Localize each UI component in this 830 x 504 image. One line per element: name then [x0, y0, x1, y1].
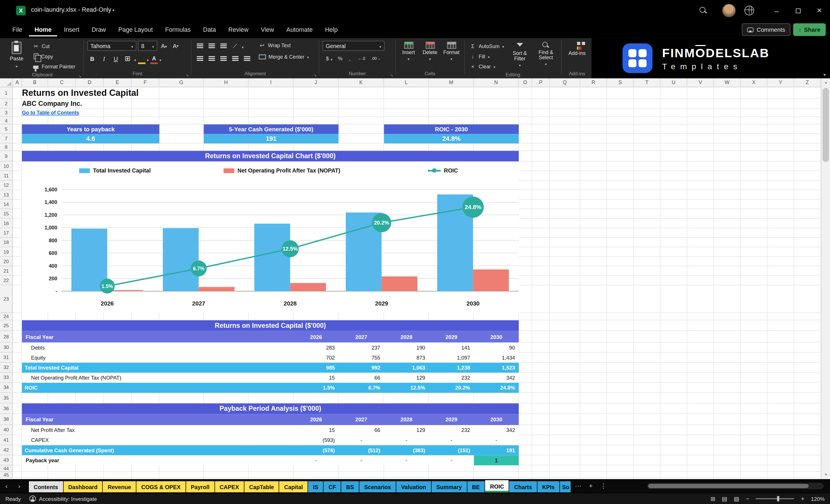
cell-payback-year-2028[interactable]: - — [384, 455, 429, 465]
sheet-options-icon[interactable]: ⋮ — [600, 482, 606, 490]
zoom-out-icon[interactable]: − — [746, 495, 749, 502]
table-row[interactable]: ROIC1.5%6.7%12.5%20.2%24.8% — [22, 383, 519, 393]
row-header-31[interactable]: 31 — [0, 353, 13, 363]
ribbon-tab-automate[interactable]: Automate — [280, 23, 318, 36]
cell-debts-2026[interactable]: 283 — [294, 342, 339, 352]
ribbon-tab-insert[interactable]: Insert — [58, 23, 85, 36]
cell-equity-2030[interactable]: 1,434 — [474, 353, 519, 363]
cell-debts-2029[interactable]: 141 — [429, 342, 474, 352]
dialog-launcher-icon[interactable] — [390, 71, 393, 79]
row-header-12[interactable]: 12 — [0, 181, 13, 190]
font-size-combo[interactable]: 8 — [138, 41, 157, 51]
cell-net-profit-after-tax-2027[interactable]: 66 — [339, 425, 384, 435]
more-sheets-button[interactable]: ··· — [575, 482, 581, 490]
font-name-combo[interactable]: Tahoma — [87, 41, 136, 51]
addins-button[interactable]: Add-ins — [568, 41, 585, 56]
fiscal-year-row[interactable]: Fiscal Year20262027202820292030 — [22, 331, 519, 343]
decrease-decimal-button[interactable]: .00→ — [370, 54, 382, 63]
row-header-13[interactable]: 13 — [0, 190, 13, 199]
table-row[interactable]: Equity7027558731,0971,434 — [22, 353, 519, 363]
kpi-value-3[interactable]: 24.8% — [384, 134, 519, 143]
column-header-D[interactable]: D — [76, 78, 104, 87]
cell-net-operating-profit-after-tax-nopat--2027[interactable]: 66 — [339, 373, 384, 383]
column-header-L[interactable]: L — [384, 78, 429, 87]
page-break-view-icon[interactable]: ▨ — [734, 495, 739, 502]
column-header-I[interactable]: I — [249, 78, 294, 87]
align-center-button[interactable] — [206, 54, 217, 63]
row-header-14[interactable]: 14 — [0, 200, 13, 209]
column-header-Z[interactable]: Z — [794, 78, 821, 87]
dialog-launcher-icon[interactable] — [186, 71, 189, 79]
account-avatar[interactable] — [722, 4, 736, 18]
column-header-B[interactable]: B — [22, 78, 48, 87]
scroll-down-icon[interactable]: ▼ — [822, 471, 830, 479]
increase-font-button[interactable]: A▴ — [159, 41, 169, 51]
row-header-41[interactable]: 41 — [0, 435, 13, 445]
row-header-24[interactable]: 24 — [0, 313, 13, 320]
row-header-25[interactable]: 25 — [0, 320, 13, 331]
table-banner-1[interactable]: Returns on Invested Capital ($'000) — [22, 320, 519, 331]
sheet-tab-dashboard[interactable]: Dashboard — [63, 481, 102, 492]
row-header-16[interactable]: 16 — [0, 219, 13, 228]
cell-debts-2028[interactable]: 190 — [384, 342, 429, 352]
sheet-tab-is[interactable]: IS — [308, 481, 323, 492]
table-row[interactable]: Cumulative Cash Generated (Spent)(578)(5… — [22, 445, 519, 455]
column-header-U[interactable]: U — [661, 78, 687, 87]
row-header-42[interactable]: 42 — [0, 445, 13, 455]
cell-capex-2028[interactable]: - — [384, 435, 429, 445]
row-header-7[interactable]: 7 — [0, 134, 13, 143]
column-header-K[interactable]: K — [339, 78, 384, 87]
cut-button[interactable]: Cut — [31, 42, 77, 51]
row-header-28[interactable]: 28 — [0, 331, 13, 343]
cell-cumulative-cash-generated-spent--2027[interactable]: (512) — [339, 445, 384, 455]
sheet-tab-charts[interactable]: Charts — [509, 481, 537, 492]
cell-payback-year-2026[interactable]: - — [294, 455, 339, 465]
number-format-combo[interactable]: General — [323, 41, 385, 51]
roic-chart[interactable]: Total Invested CapitalNet Operating Prof… — [22, 161, 519, 313]
cell-net-profit-after-tax-2030[interactable]: 342 — [474, 425, 519, 435]
column-header-N[interactable]: N — [474, 78, 519, 87]
borders-button[interactable] — [122, 54, 133, 63]
table-of-contents-link[interactable]: Go to Table of Contents — [22, 109, 79, 115]
cell-debts-2027[interactable]: 237 — [339, 342, 384, 352]
cell-net-operating-profit-after-tax-nopat--2030[interactable]: 342 — [474, 373, 519, 383]
accounting-format-button[interactable] — [323, 54, 334, 63]
decrease-font-button[interactable]: A▾ — [170, 41, 181, 51]
vertical-scroll-thumb[interactable] — [823, 88, 829, 162]
cell-capex-2030[interactable]: - — [474, 435, 519, 445]
zoom-level[interactable]: 120% — [811, 496, 825, 501]
accessibility-status[interactable]: Accessibility: Investigate — [29, 496, 97, 502]
maximize-button[interactable] — [787, 0, 808, 21]
delete-cells-button[interactable]: Delete — [420, 41, 440, 62]
orientation-button[interactable] — [230, 41, 240, 51]
cell-cumulative-cash-generated-spent--2029[interactable]: (151) — [429, 445, 474, 455]
sheet-tab-so[interactable]: So — [560, 481, 571, 492]
row-header-19[interactable]: 19 — [0, 247, 13, 257]
row-header-44[interactable]: 44 — [0, 465, 13, 472]
sheet-tab-cogs-opex[interactable]: COGS & OPEX — [136, 481, 185, 492]
normal-view-icon[interactable]: ⊞ — [710, 495, 715, 502]
increase-decimal-button[interactable]: ←.0 — [355, 54, 368, 63]
table-row[interactable]: CAPEX(593)---- — [22, 435, 519, 445]
sheet-tab-bs[interactable]: BS — [342, 481, 359, 492]
column-header-G[interactable]: G — [159, 78, 204, 87]
column-header-W[interactable]: W — [714, 78, 740, 87]
cell-payback-year-2027[interactable]: - — [339, 455, 384, 465]
sheet-tab-capex[interactable]: CAPEX — [215, 481, 244, 492]
cell-net-profit-after-tax-2029[interactable]: 232 — [429, 425, 474, 435]
row-header-38[interactable]: 38 — [0, 414, 13, 425]
sheet-tab-captable[interactable]: CapTable — [244, 481, 279, 492]
kpi-value-1[interactable]: 4.6 — [22, 134, 160, 143]
column-header-C[interactable]: C — [48, 78, 76, 87]
fiscal-year-row[interactable]: Fiscal Year20262027202820292030 — [22, 414, 519, 425]
paste-button[interactable]: Paste — [4, 41, 29, 69]
cell-capex-2026[interactable]: (593) — [294, 435, 339, 445]
column-header-A[interactable]: A — [13, 78, 22, 87]
autosum-button[interactable]: AutoSum — [468, 42, 506, 51]
kpi-header-1[interactable]: Years to payback — [22, 124, 160, 134]
row-header-5[interactable]: 5 — [0, 124, 13, 134]
zoom-slider-thumb[interactable] — [777, 496, 779, 501]
column-header-H[interactable]: H — [204, 78, 249, 87]
column-header-R[interactable]: R — [580, 78, 607, 87]
comments-button[interactable]: Comments — [742, 23, 791, 36]
